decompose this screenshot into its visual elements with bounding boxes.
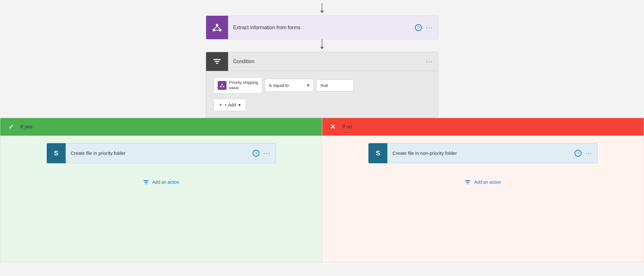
canvas: Extract information from forms ? ··· (0, 0, 644, 276)
svg-line-13 (222, 85, 224, 86)
extract-title: Extract information from forms (228, 25, 415, 30)
if-no-body: S Create file in non-priority folder ? ·… (322, 136, 644, 196)
condition-value-input[interactable]: true (316, 79, 354, 91)
nonpriority-action-title: Create file in non-priority folder (387, 150, 574, 156)
if-no-header: ✕ If no (322, 118, 644, 136)
add-action-icon-no (465, 179, 471, 185)
operator-dropdown[interactable]: is equal to ▾ (265, 79, 314, 92)
svg-rect-18 (465, 180, 470, 181)
if-yes-label: If yes (20, 124, 32, 130)
condition-block-actions: ··· (426, 58, 438, 65)
nonpriority-action-more-button[interactable]: ··· (585, 149, 592, 157)
svg-rect-15 (144, 180, 149, 181)
split-section: ✓ If yes S Create file in priority folde… (0, 118, 644, 262)
if-yes-body: S Create file in priority folder ? ··· (0, 136, 322, 196)
if-yes-header: ✓ If yes (0, 118, 322, 136)
condition-icon (212, 57, 222, 67)
nonpriority-action-icon-wrap: S (368, 143, 387, 163)
extract-block: Extract information from forms ? ··· (206, 16, 438, 39)
priority-action-help-button[interactable]: ? (253, 150, 259, 157)
priority-network-icon (219, 83, 225, 88)
svg-point-0 (216, 24, 218, 26)
if-no-add-action-label: Add an action (474, 180, 501, 185)
condition-add-button[interactable]: + + Add ▾ (214, 99, 246, 111)
svg-line-3 (214, 26, 217, 29)
priority-action-title: Create file in priority folder (66, 150, 253, 156)
sharepoint-priority-icon: S (51, 148, 62, 159)
nonpriority-action-buttons: ? ··· (575, 149, 598, 157)
if-yes-section: ✓ If yes S Create file in priority folde… (0, 118, 322, 262)
extract-more-button[interactable]: ··· (426, 24, 433, 31)
nonpriority-action-help-button[interactable]: ? (575, 150, 581, 157)
condition-body: Priority shipping value is equal to ▾ tr… (206, 71, 438, 117)
priority-action-buttons: ? ··· (253, 149, 276, 157)
extract-help-button[interactable]: ? (415, 24, 422, 31)
condition-more-button[interactable]: ··· (426, 58, 433, 65)
no-x-icon: ✕ (327, 121, 339, 133)
condition-icon-wrap (206, 52, 228, 71)
if-yes-add-action-button[interactable]: Add an action (137, 176, 186, 188)
create-priority-action: S Create file in priority folder ? ··· (46, 143, 276, 163)
svg-rect-20 (467, 183, 468, 184)
svg-rect-17 (145, 183, 147, 184)
svg-rect-16 (145, 182, 148, 183)
extract-icon-wrap (206, 16, 228, 39)
operator-chevron: ▾ (307, 82, 309, 88)
condition-title: Condition (228, 59, 426, 64)
mid-connector-arrow (320, 39, 324, 52)
priority-chip[interactable]: Priority shipping value (214, 77, 262, 94)
add-chevron-icon: ▾ (238, 102, 241, 107)
condition-block: Condition ··· (206, 52, 438, 118)
svg-rect-7 (215, 61, 220, 62)
if-no-section: ✕ If no S Create file in non-priority fo… (322, 118, 644, 262)
add-label: + Add (224, 102, 236, 107)
network-icon (211, 22, 223, 33)
add-action-icon-yes (143, 179, 149, 185)
extract-block-actions: ? ··· (415, 24, 438, 31)
priority-action-more-button[interactable]: ··· (263, 149, 270, 157)
priority-action-icon-wrap: S (47, 143, 66, 163)
svg-line-12 (221, 85, 222, 86)
svg-rect-19 (466, 182, 469, 183)
operator-label: is equal to (269, 83, 304, 88)
svg-rect-8 (216, 63, 218, 64)
svg-rect-6 (213, 59, 221, 60)
condition-header: Condition ··· (206, 52, 438, 71)
plus-icon: + (219, 102, 222, 108)
condition-row: Priority shipping value is equal to ▾ tr… (214, 77, 430, 94)
svg-point-9 (221, 84, 223, 85)
top-connector-arrow (320, 3, 324, 16)
create-nonpriority-action: S Create file in non-priority folder ? ·… (368, 143, 598, 163)
sharepoint-nonpriority-icon: S (372, 148, 384, 159)
if-yes-add-action-label: Add an action (152, 180, 179, 185)
if-no-label: If no (342, 124, 352, 130)
if-no-add-action-button[interactable]: Add an action (458, 176, 507, 188)
priority-chip-text: Priority shipping value (229, 80, 258, 91)
yes-check-icon: ✓ (5, 121, 17, 133)
svg-line-4 (217, 26, 220, 29)
top-section: Extract information from forms ? ··· (0, 0, 644, 118)
priority-chip-icon (218, 81, 226, 90)
